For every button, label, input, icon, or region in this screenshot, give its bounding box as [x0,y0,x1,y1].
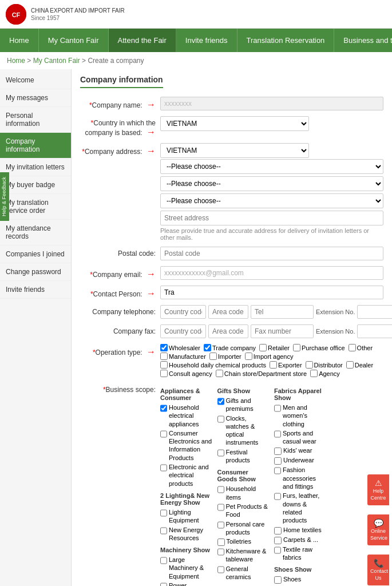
op-distributor-checkbox[interactable] [306,361,313,369]
bs-gifts-premiums-cb[interactable] [217,398,224,405]
breadcrumb-my-canton-fair[interactable]: My Canton Fair [33,57,80,65]
bs-home-textiles-cb[interactable] [274,527,282,534]
sidebar-item-companies-i-joined[interactable]: Companies I joined [0,246,71,263]
sidebar-item-welcome[interactable]: Welcome [0,72,71,89]
bs-sports-casual-wear-cb[interactable] [274,430,281,438]
op-retailer[interactable]: Retailer [259,344,290,351]
op-wholesaler-checkbox[interactable] [160,344,168,351]
telephone-tel[interactable] [251,305,314,319]
op-purchase-office-checkbox[interactable] [293,344,300,351]
bs-fashion-accessories[interactable]: Fashion accessories and fittings [274,466,327,490]
nav-translation-reservation[interactable]: Translation Reservation [237,29,335,52]
bs-sports-casual-wear[interactable]: Sports and casual wear [274,429,327,446]
bs-general-ceramics-cb[interactable] [217,566,224,573]
nav-my-canton-fair[interactable]: My Canton Fair [39,29,109,52]
fax-number[interactable] [251,324,314,338]
bs-men-women-clothing[interactable]: Men and women's clothing [274,403,327,428]
bs-large-machinery-cb[interactable] [160,557,167,564]
street-address-input[interactable] [160,211,383,225]
bs-kids-wear[interactable]: Kids' wear [274,446,327,455]
op-retailer-checkbox[interactable] [259,344,267,351]
nav-business-travel[interactable]: Business and travel s... [334,29,392,52]
bs-gifts-premiums[interactable]: Gifts and premiums [217,397,270,413]
telephone-ext[interactable] [357,305,392,319]
bs-men-women-clothing-cb[interactable] [274,405,281,412]
bs-power-machinery[interactable]: Power Machinery and Electric Power [160,581,213,586]
bs-shoes[interactable]: Shoes [274,575,327,584]
bs-pet-products[interactable]: Pet Products & Food [217,502,270,519]
bs-power-machinery-cb[interactable] [160,583,167,586]
op-manufacturer-checkbox[interactable] [160,353,168,360]
bs-fashion-accessories-cb[interactable] [274,467,281,474]
bs-underwear[interactable]: Underwear [274,456,327,465]
bs-household-items[interactable]: Household items [217,485,270,501]
address-district-select[interactable]: --Please choose-- [160,193,383,208]
feedback-tab[interactable]: Help & Feedback [0,172,9,221]
bs-kids-wear-cb[interactable] [274,448,282,455]
op-import-agency-checkbox[interactable] [245,353,252,360]
bs-consumer-electronics[interactable]: Consumer Electronics and Information Pro… [160,429,213,462]
op-consult-agency-checkbox[interactable] [160,370,168,377]
bs-clocks-watches-cb[interactable] [217,415,224,423]
op-trade-company-checkbox[interactable] [204,344,211,351]
bs-household-electrical-cb[interactable] [160,405,167,412]
contact-person-input[interactable] [160,286,383,299]
bs-shoes-cb[interactable] [274,576,282,584]
bs-electronic-electrical-cb[interactable] [160,464,167,472]
op-distributor[interactable]: Distributor [306,361,343,369]
company-email-input[interactable] [160,266,383,280]
bs-personal-care[interactable]: Personal care products [217,520,270,537]
bs-new-energy-resources[interactable]: New Energy Resources [160,526,213,543]
company-name-input[interactable] [160,97,383,110]
bs-consumer-electronics-cb[interactable] [160,430,167,438]
bs-household-electrical[interactable]: Household electrical appliances [160,403,213,428]
nav-home[interactable]: Home [0,29,39,52]
address-city-select[interactable]: --Please choose-- [160,176,383,191]
op-household-daily-checkbox[interactable] [160,361,168,369]
telephone-area-code[interactable] [208,305,248,319]
op-exporter-checkbox[interactable] [270,361,277,369]
bs-festival-products[interactable]: Festival products [217,448,270,465]
op-trade-company[interactable]: Trade company [204,344,256,351]
bs-lighting-equipment[interactable]: Lighting Equipment [160,508,213,525]
bs-personal-care-cb[interactable] [217,521,224,529]
address-country-select[interactable]: VIETNAM [160,143,309,158]
op-importer-checkbox[interactable] [209,353,217,360]
op-dealer-checkbox[interactable] [346,361,354,369]
bs-general-ceramics[interactable]: General ceramics [217,565,270,581]
bs-pet-products-cb[interactable] [217,504,224,511]
bs-carpets-cb[interactable] [274,537,282,544]
op-household-daily[interactable]: Household daily chemical products [160,361,266,369]
op-exporter[interactable]: Exporter [270,361,302,369]
bs-home-textiles[interactable]: Home textiles [274,526,327,534]
telephone-country-code[interactable] [160,305,206,319]
op-chain-store[interactable]: Chain store/Department store [216,370,307,377]
breadcrumb-home[interactable]: Home [7,57,25,65]
sidebar-item-my-buyer-badge[interactable]: My buyer badge [0,176,71,194]
op-wholesaler[interactable]: Wholesaler [160,344,200,351]
bs-lighting-equipment-cb[interactable] [160,509,167,517]
online-service-btn[interactable]: 💬 Online Service [367,514,389,545]
bs-furs-leather-cb[interactable] [274,493,281,500]
sidebar-item-my-invitation-letters[interactable]: My invitation letters [0,159,71,176]
op-purchase-office[interactable]: Purchase office [293,344,345,351]
bs-kitchenware[interactable]: Kitchenware & tableware [217,547,270,564]
op-consult-agency[interactable]: Consult agency [160,370,212,377]
bs-clocks-watches[interactable]: Clocks, watches & optical instruments [217,414,270,447]
nav-invite-friends[interactable]: Invite friends [176,29,237,52]
bs-electronic-electrical[interactable]: Electronic and electrical products [160,463,213,488]
contact-us-btn[interactable]: 📞 Contact Us [367,555,389,585]
fax-area-code[interactable] [208,324,248,338]
sidebar-item-company-information[interactable]: Company information [0,133,71,159]
sidebar-item-change-password[interactable]: Change password [0,263,71,281]
op-other-checkbox[interactable] [349,344,356,351]
bs-large-machinery[interactable]: Large Machinery & Equipment [160,556,213,580]
bs-household-items-cb[interactable] [217,486,224,493]
nav-attend-the-fair[interactable]: Attend the Fair [109,29,176,52]
op-agency[interactable]: Agency [310,370,340,377]
bs-toiletries[interactable]: Toiletries [217,537,270,546]
postal-code-input[interactable] [160,247,383,260]
sidebar-item-my-messages[interactable]: My messages [0,89,71,107]
bs-textile-raw[interactable]: Textile raw fabrics [274,545,327,562]
sidebar-item-my-translation-service-order[interactable]: My translation service order [0,194,71,220]
